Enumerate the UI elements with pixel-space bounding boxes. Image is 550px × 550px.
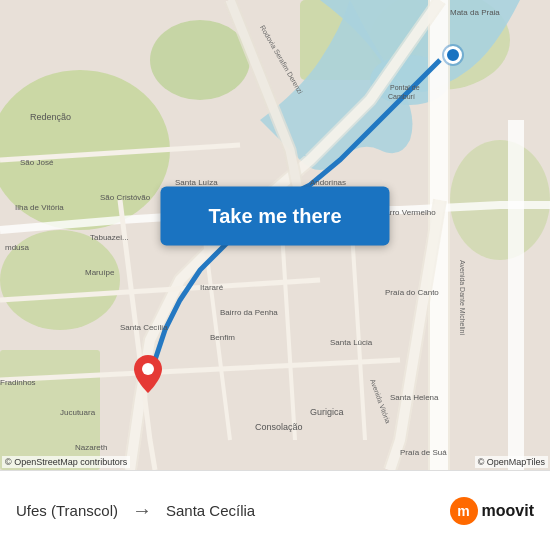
svg-text:São Cristóvão: São Cristóvão xyxy=(100,193,151,202)
svg-text:Itararé: Itararé xyxy=(200,283,224,292)
map-container: Redenção São José Ilha de Vitória mdusa … xyxy=(0,0,550,470)
moovit-logo: m moovit xyxy=(450,497,534,525)
svg-text:Benfim: Benfim xyxy=(210,333,235,342)
svg-text:Santa Luíza: Santa Luíza xyxy=(175,178,218,187)
svg-point-6 xyxy=(450,140,550,260)
take-me-there-button[interactable]: Take me there xyxy=(160,187,389,246)
destination-marker xyxy=(134,355,162,397)
svg-text:Pontal de: Pontal de xyxy=(390,84,420,91)
moovit-icon: m xyxy=(450,497,478,525)
svg-text:Jucutuara: Jucutuara xyxy=(60,408,96,417)
svg-text:Consolação: Consolação xyxy=(255,422,303,432)
svg-text:Mata da Praia: Mata da Praia xyxy=(450,8,500,17)
svg-text:Tabuazei...: Tabuazei... xyxy=(90,233,129,242)
svg-text:Redenção: Redenção xyxy=(30,112,71,122)
svg-text:Praía do Canto: Praía do Canto xyxy=(385,288,439,297)
bottom-bar: Ufes (Transcol) → Santa Cecília m moovit xyxy=(0,470,550,550)
svg-text:Santa Cecília: Santa Cecília xyxy=(120,323,168,332)
svg-rect-11 xyxy=(508,120,524,470)
moovit-text: moovit xyxy=(482,502,534,520)
svg-text:Camburí: Camburí xyxy=(388,93,415,100)
route-to: Santa Cecília xyxy=(166,502,255,519)
svg-text:Avenida Dante Michelini: Avenida Dante Michelini xyxy=(459,260,466,335)
map-attribution-right: © OpenMapTiles xyxy=(475,456,548,468)
route-from: Ufes (Transcol) xyxy=(16,502,118,519)
route-arrow-icon: → xyxy=(132,499,152,522)
svg-text:Gurigica: Gurigica xyxy=(310,407,344,417)
origin-marker xyxy=(444,46,462,64)
svg-text:Nazareth: Nazareth xyxy=(75,443,107,452)
svg-text:Ilha de Vitória: Ilha de Vitória xyxy=(15,203,64,212)
svg-text:Santa Helena: Santa Helena xyxy=(390,393,439,402)
svg-text:Andorinas: Andorinas xyxy=(310,178,346,187)
svg-point-41 xyxy=(142,363,154,375)
svg-text:Santa Lúcia: Santa Lúcia xyxy=(330,338,373,347)
svg-text:Bairro da Penha: Bairro da Penha xyxy=(220,308,278,317)
svg-text:Fradinhos: Fradinhos xyxy=(0,378,36,387)
map-attribution-left: © OpenStreetMap contributors xyxy=(2,456,130,468)
svg-text:Maruípe: Maruípe xyxy=(85,268,115,277)
svg-text:São José: São José xyxy=(20,158,54,167)
svg-text:mdusa: mdusa xyxy=(5,243,30,252)
svg-text:Praía de Suá: Praía de Suá xyxy=(400,448,447,457)
svg-point-3 xyxy=(150,20,250,100)
